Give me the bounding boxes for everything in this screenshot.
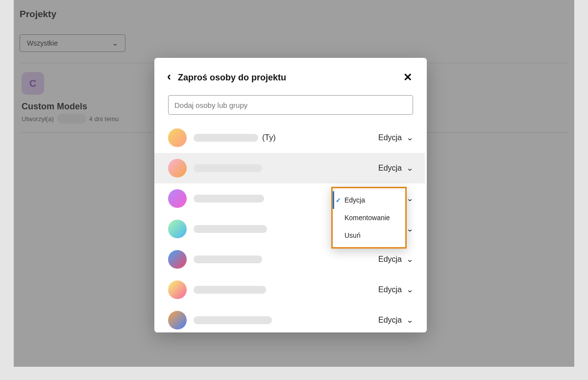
check-icon: ✓ bbox=[336, 197, 341, 204]
chevron-down-icon: ⌄ bbox=[406, 194, 414, 203]
member-name-redacted bbox=[194, 255, 262, 263]
member-row[interactable]: (Ty)Edycja⌄ bbox=[168, 123, 425, 153]
creator-name-redacted bbox=[57, 114, 86, 124]
filter-dropdown[interactable]: Wszystkie ⌄ bbox=[20, 34, 125, 52]
permission-menu-item[interactable]: Usuń bbox=[333, 227, 405, 244]
avatar-icon bbox=[168, 220, 187, 238]
chevron-down-icon: ⌄ bbox=[406, 225, 414, 233]
you-suffix: (Ty) bbox=[262, 133, 276, 142]
avatar-icon bbox=[168, 128, 187, 147]
page-title: Projekty bbox=[20, 9, 568, 20]
invite-search-input[interactable] bbox=[168, 95, 413, 115]
permission-label: Edycja bbox=[378, 164, 402, 173]
member-name bbox=[194, 255, 378, 263]
chevron-down-icon: ⌄ bbox=[112, 39, 119, 47]
member-name-redacted bbox=[194, 286, 266, 294]
member-name: (Ty) bbox=[194, 133, 378, 142]
chevron-down-icon: ⌄ bbox=[406, 255, 414, 264]
permission-select[interactable]: Edycja⌄ bbox=[378, 285, 413, 294]
permission-label: Edycja bbox=[378, 316, 402, 325]
chevron-down-icon: ⌄ bbox=[406, 164, 414, 173]
permission-select[interactable]: Edycja⌄ bbox=[378, 133, 413, 142]
member-row[interactable]: Edycja⌄ bbox=[168, 244, 425, 275]
chevron-down-icon: ⌄ bbox=[406, 133, 414, 142]
permission-menu-item-label: Usuń bbox=[344, 231, 361, 239]
member-row[interactable]: Edycja⌄ bbox=[168, 305, 425, 332]
permission-menu-item[interactable]: Komentowanie bbox=[333, 209, 405, 227]
member-name bbox=[194, 286, 378, 294]
permission-select[interactable]: Edycja⌄ bbox=[378, 255, 413, 264]
modal-title: Zaproś osoby do projektu bbox=[178, 73, 403, 83]
member-row[interactable]: Edycja⌄ bbox=[168, 275, 425, 305]
member-name-redacted bbox=[194, 164, 262, 172]
avatar-icon bbox=[168, 159, 187, 177]
avatar-icon bbox=[168, 250, 187, 269]
member-name-redacted bbox=[194, 134, 258, 142]
member-name bbox=[194, 164, 378, 172]
member-name bbox=[194, 316, 378, 324]
member-name-redacted bbox=[194, 195, 264, 203]
avatar-icon bbox=[168, 280, 187, 299]
member-name-redacted bbox=[194, 225, 267, 233]
filter-selected-label: Wszystkie bbox=[27, 39, 58, 47]
permission-select[interactable]: Edycja⌄ bbox=[378, 316, 413, 325]
chevron-down-icon: ⌄ bbox=[406, 316, 414, 325]
permission-label: Edycja bbox=[378, 133, 402, 142]
created-by-label: Utworzył(a) bbox=[22, 115, 54, 123]
permission-label: Edycja bbox=[378, 285, 402, 294]
back-chevron-icon[interactable]: ‹ bbox=[167, 71, 171, 82]
avatar-icon bbox=[168, 311, 187, 329]
permission-menu-item-label: Edycja bbox=[344, 196, 365, 204]
permission-menu-item-label: Komentowanie bbox=[344, 214, 390, 222]
chevron-down-icon: ⌄ bbox=[406, 285, 414, 294]
project-thumbnail: C bbox=[22, 72, 44, 95]
close-icon[interactable]: ✕ bbox=[403, 72, 412, 83]
avatar-icon bbox=[168, 189, 187, 208]
permission-menu: ✓EdycjaKomentowanieUsuń bbox=[331, 187, 407, 249]
permission-label: Edycja bbox=[378, 255, 402, 264]
created-when: 4 dni temu bbox=[89, 115, 119, 123]
member-row[interactable]: Edycja⌄ bbox=[154, 153, 425, 183]
member-name-redacted bbox=[194, 316, 272, 324]
permission-menu-item[interactable]: ✓Edycja bbox=[333, 191, 405, 209]
permission-select[interactable]: Edycja⌄ bbox=[378, 164, 413, 173]
